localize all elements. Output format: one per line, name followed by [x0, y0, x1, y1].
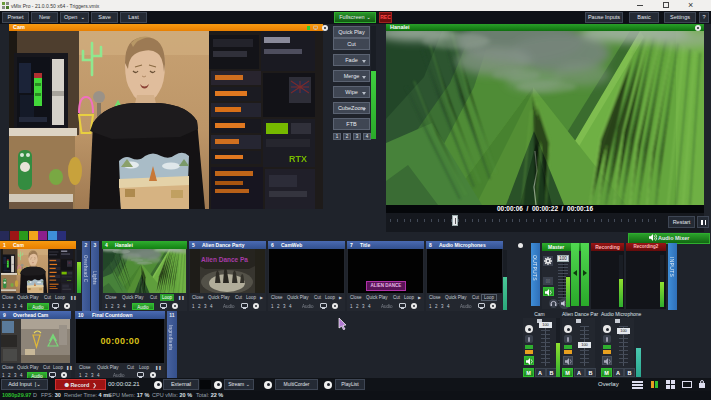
svg-text:Alien Dance Pa: Alien Dance Pa: [201, 256, 248, 263]
